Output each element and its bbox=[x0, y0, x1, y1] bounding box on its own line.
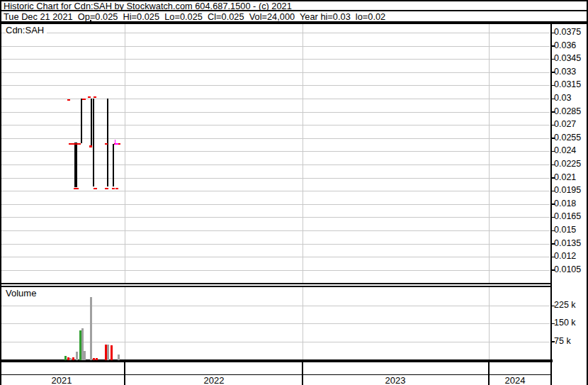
price-gridline bbox=[1, 33, 550, 33]
price-gridline bbox=[1, 244, 550, 245]
price-tick-label: 0.024 bbox=[554, 145, 576, 155]
close-tick bbox=[88, 96, 91, 98]
year-boundary-gridline bbox=[125, 287, 125, 360]
close-tick bbox=[82, 99, 86, 100]
year-boundary-gridline bbox=[125, 24, 125, 283]
year-boundary-axis-line bbox=[302, 359, 303, 385]
close-tick bbox=[94, 188, 97, 189]
price-tick-label: 0.012 bbox=[554, 251, 576, 261]
close-tick bbox=[67, 99, 70, 101]
price-gridline bbox=[1, 164, 550, 165]
price-gridline bbox=[1, 217, 550, 218]
price-tick-label: 0.021 bbox=[554, 172, 576, 182]
price-gridline bbox=[1, 204, 550, 205]
volume-bar bbox=[69, 358, 72, 360]
price-gridline bbox=[1, 191, 550, 191]
close-tick bbox=[74, 188, 79, 189]
year-boundary-gridline bbox=[303, 24, 303, 283]
header-divider bbox=[0, 10, 588, 11]
year-label: 2022 bbox=[204, 375, 225, 385]
ohlc-bar bbox=[113, 144, 114, 186]
year-boundary-axis-line bbox=[124, 359, 125, 385]
price-gridline bbox=[1, 178, 550, 179]
close-tick bbox=[115, 188, 118, 189]
price-tick-label: 0.0135 bbox=[554, 238, 581, 248]
volume-bar bbox=[84, 351, 86, 361]
price-tick-label: 0.0165 bbox=[554, 211, 581, 221]
year-boundary-axis-line bbox=[488, 359, 490, 385]
close-tick bbox=[89, 145, 92, 147]
price-gridline bbox=[1, 270, 550, 271]
price-gridline bbox=[1, 151, 550, 152]
price-gridline bbox=[1, 257, 550, 257]
panel-divider-lower bbox=[0, 286, 552, 287]
price-tick-label: 0.033 bbox=[554, 67, 576, 77]
close-tick bbox=[105, 143, 108, 145]
price-tick-label: 0.03 bbox=[554, 93, 571, 103]
volume-label: Volume bbox=[6, 288, 39, 298]
volume-bar bbox=[76, 352, 78, 360]
year-boundary-gridline bbox=[489, 287, 490, 360]
volume-bar bbox=[93, 358, 95, 361]
frame-left-border bbox=[0, 0, 1, 385]
year-boundary-gridline bbox=[489, 24, 490, 283]
plot-top-border bbox=[0, 21, 588, 24]
price-tick-label: 0.015 bbox=[554, 225, 576, 235]
close-tick bbox=[112, 188, 115, 189]
volume-bar bbox=[96, 358, 98, 361]
close-tick bbox=[94, 96, 96, 98]
symbol-label: Cdn:SAH bbox=[6, 25, 47, 35]
price-gridline bbox=[1, 125, 550, 125]
volume-bar bbox=[90, 297, 92, 360]
price-tick-label: 0.0225 bbox=[554, 159, 581, 169]
ohlc-bar bbox=[81, 99, 82, 143]
ohlc-bar bbox=[93, 99, 94, 186]
price-gridline bbox=[1, 46, 550, 47]
price-tick-label: 0.0195 bbox=[554, 185, 581, 195]
stock-chart: Historic Chart for Cdn:SAH by Stockwatch… bbox=[0, 0, 588, 385]
price-tick-label: 0.0105 bbox=[554, 264, 581, 274]
year-boundary-gridline bbox=[303, 287, 303, 360]
volume-tick-label: 75 k bbox=[554, 336, 571, 346]
price-tick-label: 0.0315 bbox=[554, 79, 581, 89]
quote-summary-line: Tue Dec 21 2021 Op=0.025 Hi=0.025 Lo=0.0… bbox=[4, 11, 385, 22]
price-tick-label: 0.018 bbox=[554, 199, 576, 208]
ohlc-bar bbox=[76, 143, 77, 187]
close-tick bbox=[105, 188, 108, 189]
price-gridline bbox=[1, 112, 550, 113]
price-gridline bbox=[1, 138, 550, 139]
year-label: 2023 bbox=[385, 375, 406, 385]
price-gridline bbox=[1, 230, 550, 231]
ohlc-bar bbox=[91, 99, 92, 147]
last-price-marker bbox=[115, 143, 119, 145]
year-label: 2021 bbox=[52, 375, 72, 385]
x-axis-lower-line bbox=[0, 374, 550, 376]
close-tick bbox=[69, 143, 81, 145]
price-tick-label: 0.0255 bbox=[554, 133, 581, 143]
volume-bar bbox=[118, 355, 120, 361]
panel-divider-upper bbox=[0, 283, 552, 284]
volume-bar bbox=[107, 345, 109, 360]
volume-bar bbox=[64, 356, 67, 361]
price-gridline bbox=[1, 59, 550, 60]
volume-gridline bbox=[1, 306, 550, 306]
price-tick-label: 0.0345 bbox=[554, 53, 581, 63]
volume-bar bbox=[72, 357, 74, 360]
volume-gridline bbox=[1, 323, 550, 324]
volume-gridline bbox=[1, 342, 550, 342]
price-gridline bbox=[1, 72, 550, 73]
year-label: 2024 bbox=[505, 375, 526, 385]
price-tick-label: 0.0375 bbox=[554, 27, 581, 37]
price-tick-label: 0.0285 bbox=[554, 106, 581, 116]
price-tick-label: 0.027 bbox=[554, 119, 576, 129]
price-tick-label: 0.036 bbox=[554, 40, 576, 50]
volume-tick-label: 150 k bbox=[554, 318, 576, 328]
volume-bar bbox=[111, 345, 113, 360]
volume-tick-label: 225 k bbox=[554, 300, 576, 310]
price-gridline bbox=[1, 85, 550, 86]
frame-top-border bbox=[0, 0, 588, 1]
